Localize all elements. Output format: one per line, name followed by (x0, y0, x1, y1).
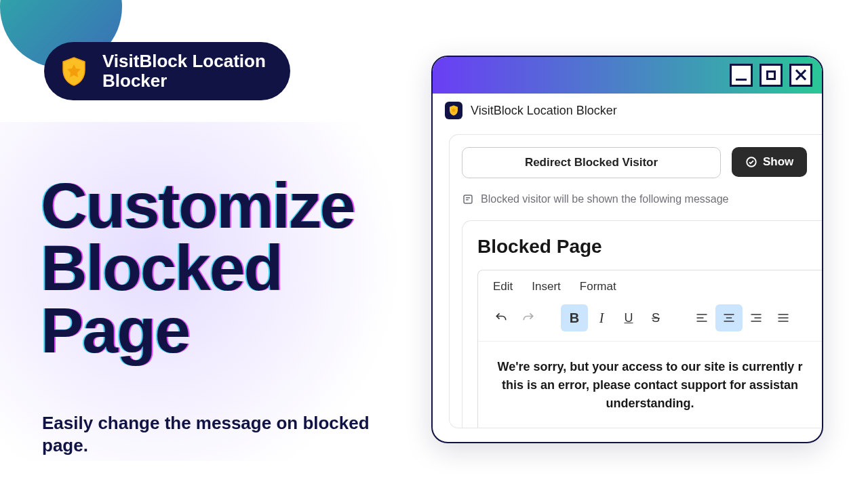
minimize-button[interactable] (730, 64, 753, 87)
redo-icon (521, 311, 535, 325)
close-button[interactable] (789, 64, 812, 87)
align-left-icon (695, 311, 709, 325)
undo-button[interactable] (488, 304, 515, 331)
window-titlebar (433, 57, 822, 94)
align-justify-icon (776, 311, 790, 325)
strikethrough-icon: S (652, 311, 660, 325)
editor-content[interactable]: We're sorry, but your access to our site… (478, 342, 822, 428)
align-right-button[interactable] (743, 304, 770, 331)
align-left-button[interactable] (688, 304, 715, 331)
underline-icon: U (625, 311, 633, 325)
maximize-button[interactable] (760, 64, 783, 87)
align-center-button[interactable] (715, 304, 743, 331)
editor-title: Blocked Page (477, 236, 822, 258)
tab-show-label: Show (763, 155, 793, 169)
editor-card: Blocked Page Edit Insert Format (462, 220, 822, 428)
undo-icon (494, 311, 508, 325)
editor-menu-bar: Edit Insert Format (478, 270, 822, 300)
hint-row: Blocked visitor will be shown the follow… (462, 193, 822, 205)
tab-show[interactable]: Show (732, 147, 807, 177)
bold-button[interactable]: B (561, 304, 588, 331)
shield-icon (445, 102, 462, 119)
menu-format[interactable]: Format (580, 280, 616, 293)
redo-button[interactable] (515, 304, 542, 331)
product-badge: VisitBlock Location Blocker (44, 42, 290, 100)
app-window: VisitBlock Location Blocker Redirect Blo… (431, 56, 823, 443)
align-center-icon (722, 311, 736, 325)
italic-icon: I (599, 310, 604, 326)
page-subtitle: Easily change the message on blocked pag… (42, 412, 395, 456)
note-icon (462, 193, 474, 205)
align-right-icon (749, 311, 763, 325)
app-header: VisitBlock Location Blocker (433, 94, 822, 127)
hint-text: Blocked visitor will be shown the follow… (481, 193, 729, 205)
settings-card: Redirect Blocked Visitor Show Blocked vi… (449, 134, 822, 428)
app-title: VisitBlock Location Blocker (471, 104, 617, 118)
strikethrough-button[interactable]: S (642, 304, 669, 331)
italic-button[interactable]: I (588, 304, 615, 331)
product-badge-label: VisitBlock Location Blocker (102, 52, 266, 91)
tab-redirect[interactable]: Redirect Blocked Visitor (462, 147, 721, 178)
underline-button[interactable]: U (615, 304, 642, 331)
shield-icon (56, 54, 92, 89)
editor-toolbar: B I U S (478, 300, 822, 342)
bold-icon: B (570, 310, 579, 326)
menu-edit[interactable]: Edit (493, 280, 513, 293)
align-justify-button[interactable] (770, 304, 797, 331)
rich-text-editor: Edit Insert Format (477, 270, 822, 428)
check-circle-icon (745, 156, 757, 168)
menu-insert[interactable]: Insert (532, 280, 561, 293)
page-headline: Customize Blocked Page (41, 174, 354, 361)
